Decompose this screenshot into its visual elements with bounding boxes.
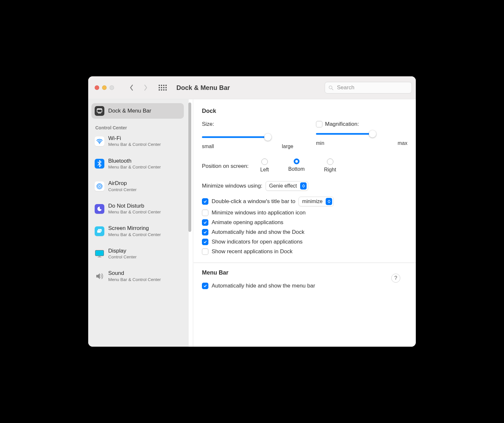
magnification-max-label: max (398, 140, 407, 146)
display-icon (95, 249, 104, 259)
prefs-window: Dock & Menu Bar Dock & Menu Bar Control … (88, 76, 416, 347)
dblclick-action-value: minimize (302, 199, 322, 204)
size-min-label: small (202, 144, 214, 149)
animate-label: Animate opening applications (212, 219, 283, 226)
position-option-left[interactable]: Left (260, 158, 269, 173)
dock-section-title: Dock (202, 108, 407, 114)
search-icon (328, 85, 334, 91)
sidebar-section-header: Control Center (95, 125, 185, 130)
sidebar-item-screen-mirroring[interactable]: Screen MirroringMenu Bar & Control Cente… (91, 222, 184, 240)
magnification-slider[interactable] (316, 130, 407, 138)
radio-button[interactable] (261, 158, 268, 165)
sidebar-item-sublabel: Menu Bar & Control Center (108, 142, 161, 147)
minimize-into-app-label: Minimize windows into application icon (212, 210, 306, 216)
recent-apps-label: Show recent applications in Dock (212, 248, 292, 255)
sidebar-item-dock-menubar[interactable]: Dock & Menu Bar (91, 103, 184, 119)
speaker-icon (95, 271, 104, 281)
bluetooth-icon (95, 159, 104, 168)
minimize-button[interactable] (102, 85, 107, 90)
autohide-menubar-label: Automatically hide and show the menu bar (212, 283, 315, 289)
svg-line-1 (332, 88, 333, 90)
help-button[interactable]: ? (391, 274, 400, 283)
zoom-button[interactable] (110, 85, 114, 90)
airdrop-icon (95, 181, 104, 191)
show-all-button[interactable] (159, 85, 167, 91)
svg-rect-12 (99, 256, 100, 257)
svg-point-5 (99, 143, 100, 144)
sidebar-item-label: Sound (108, 270, 161, 277)
position-label: Position on screen: (202, 163, 249, 169)
forward-button[interactable] (143, 84, 148, 91)
sidebar-item-sound[interactable]: SoundMenu Bar & Control Center (91, 267, 184, 285)
position-option-right[interactable]: Right (324, 158, 336, 173)
dblclick-label: Double-click a window's title bar to (212, 198, 295, 205)
sidebar-item-display[interactable]: DisplayControl Center (91, 245, 184, 263)
sidebar-item-airdrop[interactable]: AirDropControl Center (91, 177, 184, 195)
sidebar-item-label: Screen Mirroring (108, 225, 161, 232)
dblclick-checkbox[interactable] (202, 198, 208, 205)
back-button[interactable] (129, 84, 134, 91)
sidebar-item-label: Display (108, 248, 137, 254)
radio-label: Bottom (288, 166, 305, 172)
search-input[interactable] (336, 84, 408, 91)
sidebar-item-label: Dock & Menu Bar (108, 108, 151, 114)
sidebar-item-sublabel: Menu Bar & Control Center (108, 165, 161, 170)
radio-label: Left (260, 167, 269, 173)
moon-icon (95, 204, 104, 214)
window-title: Dock & Menu Bar (176, 84, 230, 92)
size-max-label: large (282, 144, 293, 149)
size-label: Size: (202, 121, 293, 127)
sidebar-item-sublabel: Control Center (108, 187, 137, 192)
svg-rect-13 (98, 257, 101, 257)
magnification-min-label: min (316, 140, 324, 146)
stepper-icon (326, 198, 332, 205)
indicators-checkbox[interactable] (202, 239, 208, 245)
sidebar-item-sublabel: Menu Bar & Control Center (108, 232, 161, 237)
size-slider[interactable] (202, 133, 293, 141)
svg-rect-11 (95, 250, 104, 256)
sidebar-scrollbar[interactable] (187, 99, 194, 347)
magnification-checkbox[interactable] (316, 121, 322, 127)
minimize-into-app-checkbox[interactable] (202, 210, 208, 216)
window-controls (95, 85, 114, 90)
stepper-icon (300, 182, 307, 190)
toolbar: Dock & Menu Bar (88, 76, 416, 99)
sidebar-item-bluetooth[interactable]: BluetoothMenu Bar & Control Center (91, 155, 184, 173)
sidebar: Dock & Menu Bar Control Center Wi-FiMenu… (88, 99, 187, 347)
svg-point-8 (99, 186, 100, 187)
animate-checkbox[interactable] (202, 219, 208, 226)
dblclick-action-select[interactable]: minimize (299, 197, 334, 206)
autohide-dock-checkbox[interactable] (202, 229, 208, 235)
svg-rect-4 (98, 113, 101, 114)
svg-rect-3 (97, 109, 102, 110)
wifi-icon (95, 136, 104, 146)
sidebar-item-sublabel: Control Center (108, 255, 137, 260)
radio-button[interactable] (327, 158, 333, 165)
dock-menubar-icon (95, 106, 104, 116)
sidebar-item-sublabel: Menu Bar & Control Center (108, 210, 161, 215)
indicators-label: Show indicators for open applications (212, 239, 303, 245)
sidebar-item-wifi[interactable]: Wi-FiMenu Bar & Control Center (91, 132, 184, 150)
radio-label: Right (324, 167, 336, 173)
sidebar-item-label: Wi-Fi (108, 135, 161, 142)
menubar-section-title: Menu Bar (202, 269, 407, 276)
close-button[interactable] (95, 85, 99, 90)
minimize-using-select[interactable]: Genie effect (266, 181, 308, 191)
minimize-using-value: Genie effect (269, 183, 297, 189)
sidebar-item-dnd[interactable]: Do Not DisturbMenu Bar & Control Center (91, 200, 184, 218)
autohide-dock-label: Automatically hide and show the Dock (212, 229, 304, 235)
position-option-bottom[interactable]: Bottom (288, 158, 305, 172)
sidebar-item-label: AirDrop (108, 180, 137, 187)
minimize-using-label: Minimize windows using: (202, 183, 262, 189)
sidebar-item-label: Do Not Disturb (108, 203, 161, 209)
content-pane: Dock Size: small large (194, 99, 416, 347)
sidebar-item-label: Bluetooth (108, 158, 161, 164)
sidebar-item-sublabel: Menu Bar & Control Center (108, 277, 161, 282)
radio-button[interactable] (294, 158, 299, 164)
magnification-label: Magnification: (325, 121, 359, 127)
autohide-menubar-checkbox[interactable] (202, 283, 208, 289)
recent-apps-checkbox[interactable] (202, 248, 208, 255)
svg-rect-10 (97, 230, 101, 233)
screens-icon (95, 226, 104, 236)
search-field[interactable] (325, 82, 412, 93)
